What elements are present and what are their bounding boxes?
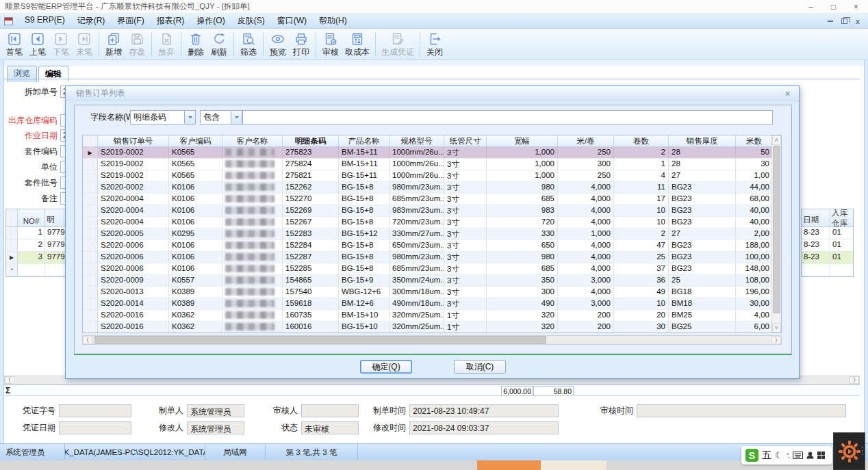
grid-column-header[interactable]: 客户编码 bbox=[169, 135, 222, 146]
field-value[interactable]: 2021-08-24 09:03:37 bbox=[409, 421, 559, 434]
sales-order-row[interactable]: S2020-0013K0389157540WBG-12+6300mm/18um.… bbox=[83, 287, 773, 298]
grid-column-header[interactable]: 纸管尺寸 bbox=[444, 135, 487, 146]
grid-column-header[interactable]: 卷数 bbox=[614, 135, 669, 146]
preview-button[interactable]: 预览 bbox=[266, 30, 290, 59]
night-mode-icon[interactable]: ☾ bbox=[775, 450, 783, 460]
tab-edit[interactable]: 编辑 bbox=[38, 66, 68, 82]
menu-item[interactable]: 帮助(H) bbox=[313, 13, 353, 29]
filter-field-select[interactable]: 明细条码 bbox=[130, 110, 196, 125]
tab-browse[interactable]: 浏览 bbox=[7, 66, 37, 82]
new-button[interactable]: 新增 bbox=[102, 30, 125, 59]
maximize-button[interactable]: □ bbox=[831, 1, 836, 13]
scroll-up-icon[interactable]: ˄ bbox=[772, 135, 781, 145]
column-header-date[interactable]: 日期 bbox=[802, 209, 830, 226]
scroll-right-icon[interactable]: 〉 bbox=[850, 376, 859, 384]
column-header-no[interactable]: NO# bbox=[18, 209, 45, 226]
scrollbar-thumb[interactable] bbox=[773, 146, 780, 313]
chevron-down-icon[interactable] bbox=[184, 111, 195, 124]
sales-order-row[interactable]: S2020-0006K0106152285BG-15+8685mm/23um..… bbox=[83, 263, 773, 275]
sales-order-row[interactable]: S2019-0002K0565275821BG-15+111000mm/26u.… bbox=[83, 170, 773, 182]
audit-button[interactable]: 审核 bbox=[319, 30, 342, 59]
mdi-close-button[interactable]: x bbox=[856, 18, 860, 24]
sales-order-row[interactable]: S2020-0002K0106152262BG-15+8980mm/23um..… bbox=[83, 182, 773, 194]
grid-column-header[interactable]: 米数 bbox=[736, 135, 773, 146]
grid-column-header[interactable]: 明细条码 bbox=[283, 135, 339, 146]
chevron-down-icon[interactable] bbox=[231, 111, 242, 124]
sales-order-row[interactable]: S2020-0004K0106152270BG-15+8685mm/23um..… bbox=[83, 194, 773, 205]
new-row[interactable]: * bbox=[6, 264, 65, 276]
sales-order-row[interactable]: S2020-0005K0295152283BG-15+12330mm/27um.… bbox=[83, 229, 773, 240]
mdi-restore-button[interactable] bbox=[841, 18, 847, 24]
detail-row-right[interactable]: 8-2301 bbox=[802, 239, 853, 252]
grid-horizontal-scrollbar[interactable]: 〈 〉 bbox=[82, 335, 782, 345]
field-value[interactable] bbox=[59, 421, 131, 434]
sales-order-row[interactable]: S2020-0004K0106152269BG-15+8983mm/23um..… bbox=[83, 205, 773, 217]
field-value[interactable] bbox=[637, 404, 846, 417]
scroll-down-icon[interactable]: ˅ bbox=[772, 323, 781, 332]
print-button[interactable]: 打印 bbox=[290, 30, 313, 59]
filter-button[interactable]: 筛选 bbox=[237, 30, 260, 59]
filter-operator-select[interactable]: 包含 bbox=[200, 110, 242, 125]
detail-row[interactable]: 297792 bbox=[6, 239, 65, 252]
tile-menu-dots[interactable] bbox=[862, 447, 863, 455]
scroll-right-icon[interactable]: 〉 bbox=[771, 336, 781, 344]
detail-row[interactable]: ▶397792 bbox=[6, 252, 65, 264]
minimize-button[interactable]: – bbox=[808, 1, 813, 13]
grid-column-header[interactable]: 规格型号 bbox=[390, 135, 444, 146]
field-value[interactable]: 系统管理员 bbox=[187, 421, 244, 434]
detail-row[interactable]: 197792 bbox=[6, 227, 65, 239]
sales-order-row[interactable]: S2020-0016K0362160735BM-15+10320mm/25um.… bbox=[83, 310, 773, 322]
grid-column-header[interactable]: 销售订单号 bbox=[98, 135, 169, 146]
menu-item[interactable]: 界面(F) bbox=[111, 13, 150, 29]
sales-order-row[interactable]: S2020-0006K0106152287BG-15+8980mm/23um..… bbox=[83, 252, 773, 263]
column-header-detail[interactable]: 明 bbox=[45, 209, 65, 226]
field-value[interactable] bbox=[59, 404, 131, 417]
close-button[interactable]: 关闭 bbox=[423, 30, 446, 59]
app-tile[interactable] bbox=[833, 432, 865, 470]
mdi-minimize-button[interactable] bbox=[828, 21, 833, 22]
scroll-left-icon[interactable]: 〈 bbox=[83, 336, 92, 344]
delete-button[interactable]: 删除 bbox=[184, 30, 207, 59]
sales-order-row[interactable]: S2020-0009K0557154865BG-15+9350mm/24um..… bbox=[83, 275, 773, 287]
menu-item[interactable]: 记录(R) bbox=[71, 13, 112, 29]
sales-order-row[interactable]: ▶S2019-0002K0565275823BM-15+111000mm/26u… bbox=[83, 147, 773, 159]
dialog-close-icon[interactable]: × bbox=[783, 89, 792, 99]
refresh-button[interactable]: 刷新 bbox=[207, 30, 231, 59]
cost-button[interactable]: 取成本 bbox=[342, 30, 372, 59]
grid-column-header[interactable]: 销售厚度 bbox=[669, 135, 736, 146]
sales-order-row[interactable]: S2020-0006K0106152284BG-15+8650mm/23um..… bbox=[83, 240, 773, 252]
grid-column-header[interactable]: 米/卷 bbox=[558, 135, 614, 146]
grid-column-header[interactable]: 客户名称 bbox=[222, 135, 283, 146]
taskbar-active-app[interactable] bbox=[477, 460, 541, 470]
close-button[interactable]: × bbox=[854, 1, 858, 13]
menu-item[interactable]: S9 ERP(E) bbox=[18, 13, 71, 29]
detail-row-right[interactable]: 8-2301 bbox=[802, 252, 853, 264]
taskbar-app[interactable] bbox=[541, 460, 607, 470]
punctuation-icon[interactable]: °, bbox=[787, 452, 789, 459]
first-record-button[interactable]: 首笔 bbox=[3, 30, 26, 59]
field-value[interactable]: 未审核 bbox=[301, 421, 359, 434]
menu-item[interactable]: 报表(R) bbox=[151, 13, 191, 29]
ok-button[interactable]: 确定(Q) bbox=[360, 360, 412, 374]
wubi-mode-icon[interactable]: 五 bbox=[762, 449, 771, 462]
sales-order-row[interactable]: S2020-0016K0362160016BG-15+10320mm/25um.… bbox=[83, 322, 773, 333]
account-icon[interactable] bbox=[806, 452, 814, 459]
grid-column-header[interactable]: 宽幅 bbox=[487, 135, 558, 146]
menu-item[interactable]: 皮肤(S) bbox=[231, 13, 271, 29]
scroll-left-icon[interactable]: 〈 bbox=[5, 376, 14, 384]
field-value[interactable] bbox=[301, 404, 359, 417]
menu-item[interactable]: 窗口(W) bbox=[271, 13, 313, 29]
detail-row-right[interactable]: 8-2301 bbox=[802, 227, 853, 239]
sales-order-row[interactable]: S2020-0004K0106152267BG-15+8720mm/23um..… bbox=[83, 217, 773, 229]
dialog-title-bar[interactable]: 销售订单列表 × bbox=[66, 86, 799, 101]
cancel-button[interactable]: 取消(C) bbox=[454, 360, 506, 374]
sales-order-row[interactable]: S2019-0002K0565275824BM-15+111000mm/26u.… bbox=[83, 159, 773, 170]
sales-order-row[interactable]: S2020-0014K0389159618BM-12+6490mm/18um..… bbox=[83, 298, 773, 310]
soft-keyboard-icon[interactable] bbox=[793, 452, 803, 459]
scrollbar-thumb[interactable] bbox=[94, 336, 546, 344]
column-header-in-warehouse[interactable]: 入库仓库 bbox=[830, 209, 853, 226]
prev-record-button[interactable]: 上笔 bbox=[26, 30, 49, 59]
toolbox-icon[interactable] bbox=[817, 452, 825, 459]
filter-search-input[interactable] bbox=[242, 110, 773, 125]
field-value[interactable]: 2021-08-23 10:49:47 bbox=[409, 404, 559, 417]
